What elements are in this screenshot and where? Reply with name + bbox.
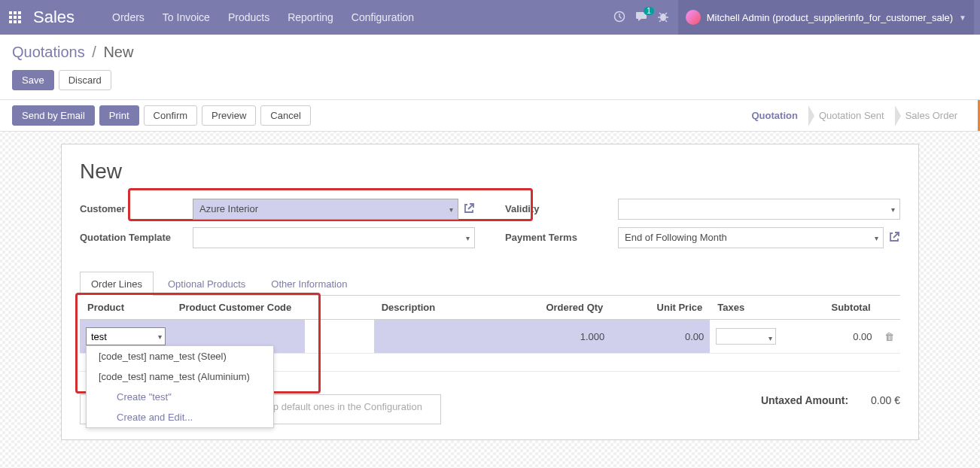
action-bar: Send by Email Print Confirm Preview Canc…: [0, 99, 980, 132]
cancel-button[interactable]: Cancel: [260, 105, 310, 126]
print-button[interactable]: Print: [99, 105, 139, 126]
svg-rect-2: [18, 11, 21, 14]
price-cell[interactable]: 0.00: [610, 320, 710, 354]
product-autocomplete: [code_test] name_test (Steel) [code_test…: [86, 345, 274, 428]
main-menu: Orders To Invoice Products Reporting Con…: [105, 5, 422, 29]
avatar: [686, 10, 701, 25]
col-subtotal: Subtotal: [787, 296, 878, 320]
validity-field[interactable]: ▾: [618, 199, 900, 220]
chevron-down-icon: ▾: [466, 234, 470, 242]
autocomplete-option[interactable]: [code_test] name_test (Steel): [87, 346, 273, 366]
svg-rect-4: [14, 16, 17, 19]
autocomplete-option[interactable]: [code_test] name_test (Aluminium): [87, 366, 273, 387]
page-title: New: [80, 160, 900, 184]
taxes-select[interactable]: ▾: [716, 328, 776, 345]
menu-orders[interactable]: Orders: [105, 5, 152, 29]
totals: Untaxed Amount: 0.00 €: [761, 394, 900, 406]
breadcrumb: Quotations / New: [12, 44, 968, 61]
payment-terms-value: End of Following Month: [625, 232, 727, 243]
taxes-cell[interactable]: ▾: [710, 320, 786, 354]
chevron-down-icon: ▼: [959, 14, 966, 22]
save-discard-row: Save Discard: [0, 67, 980, 99]
trash-icon[interactable]: 🗑: [884, 331, 894, 342]
menu-configuration[interactable]: Configuration: [344, 5, 422, 29]
save-button[interactable]: Save: [12, 70, 54, 90]
status-sales-order[interactable]: Sales Order: [895, 105, 968, 126]
chevron-down-icon: ▾: [875, 234, 878, 242]
status-bar: Quotation Quotation Sent Sales Order: [741, 105, 969, 126]
apps-icon[interactable]: [6, 8, 24, 26]
customer-field[interactable]: Azure Interior ▾: [193, 199, 458, 220]
chevron-down-icon: ▾: [891, 205, 895, 214]
form-card: New Customer Azure Interior ▾: [61, 144, 919, 440]
menu-to-invoice[interactable]: To Invoice: [155, 5, 218, 29]
chat-badge: 1: [644, 7, 654, 15]
subtotal-cell: 0.00: [787, 320, 878, 354]
menu-products[interactable]: Products: [221, 5, 277, 29]
external-link-icon[interactable]: [888, 231, 900, 245]
untaxed-value: 0.00 €: [871, 394, 900, 406]
breadcrumb-bar: Quotations / New: [0, 35, 980, 67]
preview-button[interactable]: Preview: [202, 105, 256, 126]
status-quotation[interactable]: Quotation: [741, 105, 808, 126]
breadcrumb-sep: /: [92, 44, 96, 60]
svg-rect-1: [14, 11, 17, 14]
product-input[interactable]: [86, 327, 166, 345]
confirm-button[interactable]: Confirm: [144, 105, 198, 126]
svg-rect-5: [18, 16, 21, 19]
user-label: Mitchell Admin (product_supplierinfo_for…: [707, 12, 953, 23]
breadcrumb-root[interactable]: Quotations: [12, 44, 85, 60]
content-area: New Customer Azure Interior ▾: [0, 132, 980, 468]
payment-terms-label: Payment Terms: [505, 227, 618, 243]
svg-rect-8: [18, 20, 21, 23]
qty-cell[interactable]: 1.000: [496, 320, 610, 354]
col-price: Unit Price: [610, 296, 710, 320]
top-navbar: Sales Orders To Invoice Products Reporti…: [0, 0, 980, 35]
description-cell[interactable]: [374, 320, 496, 354]
discard-button[interactable]: Discard: [59, 70, 111, 90]
svg-rect-6: [9, 20, 12, 23]
autocomplete-create[interactable]: Create "test": [87, 387, 273, 407]
app-brand[interactable]: Sales: [33, 8, 75, 27]
svg-rect-3: [9, 16, 12, 19]
autocomplete-create-edit[interactable]: Create and Edit...: [87, 407, 273, 427]
customer-value: Azure Interior: [199, 203, 258, 214]
svg-rect-0: [9, 11, 12, 14]
svg-rect-7: [14, 20, 17, 23]
col-description: Description: [374, 296, 496, 320]
status-quotation-sent[interactable]: Quotation Sent: [808, 105, 895, 126]
bug-icon[interactable]: [657, 11, 669, 25]
svg-point-10: [660, 14, 666, 21]
user-menu[interactable]: Mitchell Admin (product_supplierinfo_for…: [678, 0, 974, 35]
menu-reporting[interactable]: Reporting: [280, 5, 341, 29]
clock-icon[interactable]: [613, 11, 625, 25]
col-qty: Ordered Qty: [496, 296, 610, 320]
untaxed-label: Untaxed Amount:: [761, 394, 848, 406]
payment-terms-field[interactable]: End of Following Month ▾: [618, 227, 884, 248]
chat-icon[interactable]: 1: [635, 10, 648, 26]
send-email-button[interactable]: Send by Email: [12, 105, 95, 126]
breadcrumb-current: New: [103, 44, 133, 60]
col-taxes: Taxes: [710, 296, 786, 320]
chevron-down-icon: ▾: [449, 205, 453, 214]
template-label: Quotation Template: [80, 227, 193, 243]
product-cell[interactable]: ▾ [code_test] name_test (Steel) [code_te…: [80, 320, 172, 354]
template-field[interactable]: ▾: [193, 227, 475, 248]
